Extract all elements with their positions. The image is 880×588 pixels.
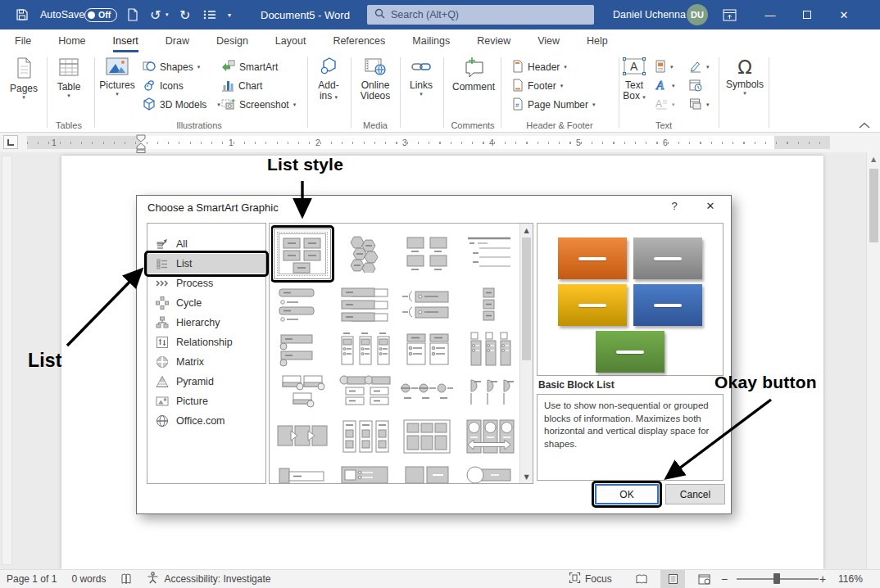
tab-insert[interactable]: Insert <box>113 29 138 52</box>
save-icon[interactable] <box>16 0 29 29</box>
user-name[interactable]: Daniel Uchenna <box>613 0 686 29</box>
tab-references[interactable]: References <box>333 29 385 52</box>
drop-cap-button[interactable]: A▾ <box>655 97 675 113</box>
category-list[interactable]: List <box>147 254 265 274</box>
print-layout-button[interactable] <box>660 570 685 588</box>
more-commands-icon[interactable]: ▾ <box>228 0 231 29</box>
undo-icon[interactable]: ↺ <box>150 0 161 29</box>
ruler[interactable]: 1123456 <box>27 136 830 149</box>
screenshot-button[interactable]: Screenshot▾ <box>221 97 296 113</box>
smartart-layout-hexagons[interactable] <box>333 225 396 283</box>
search-input[interactable] <box>391 9 571 20</box>
date-time-button[interactable] <box>689 78 702 94</box>
category-hierarchy[interactable]: Hierarchy <box>147 313 265 332</box>
scroll-up-icon[interactable]: ▲ <box>520 224 533 237</box>
tab-review[interactable]: Review <box>477 29 510 52</box>
comment-button[interactable]: Comment <box>451 57 497 127</box>
smartart-layout-stacked[interactable] <box>396 327 458 371</box>
smartart-layout-square-accent[interactable] <box>458 283 519 327</box>
cancel-button[interactable]: Cancel <box>665 484 725 504</box>
smartart-layout-circle-arrow[interactable] <box>458 414 519 459</box>
tab-mailings[interactable]: Mailings <box>412 29 450 52</box>
smartart-layout-v-bullet[interactable] <box>271 283 333 327</box>
category-cycle[interactable]: Cycle <box>147 293 265 313</box>
icons-button[interactable]: Icons <box>143 78 184 94</box>
smartart-layout-pic-two[interactable] <box>333 371 396 414</box>
category-office-com[interactable]: Office.com <box>147 411 265 431</box>
autosave-toggle[interactable]: Off <box>84 0 117 29</box>
smartart-layout-pic-corner[interactable] <box>271 371 333 414</box>
zoom-out-button[interactable]: − <box>721 570 728 588</box>
category-relationship[interactable]: Relationship <box>147 332 265 352</box>
maximize-button[interactable] <box>795 0 819 29</box>
smartart-layout-block-list[interactable] <box>271 225 333 283</box>
smartart-layout-pic-accent[interactable] <box>271 327 333 371</box>
pictures-button[interactable]: Pictures ▾ <box>98 57 136 127</box>
symbols-button[interactable]: Ω Symbols ▾ <box>726 57 764 127</box>
category-process[interactable]: Process <box>147 274 265 293</box>
smartart-layout-v-pic[interactable] <box>458 327 519 371</box>
close-button[interactable]: ✕ <box>832 0 856 29</box>
smartart-layout-table-list[interactable] <box>396 414 458 459</box>
dialog-help-button[interactable]: ? <box>665 200 684 212</box>
smartart-layout-two-box[interactable] <box>396 459 458 483</box>
zoom-level[interactable]: 116% <box>838 570 863 588</box>
tab-help[interactable]: Help <box>587 29 608 52</box>
redo-icon[interactable]: ↻ <box>179 0 190 29</box>
tab-design[interactable]: Design <box>216 29 248 52</box>
gallery-scroll-thumb[interactable] <box>522 237 531 360</box>
read-mode-button[interactable] <box>629 570 654 588</box>
zoom-in-button[interactable]: + <box>819 570 826 588</box>
minimize-button[interactable]: — <box>758 0 782 29</box>
smartart-layout-v-box[interactable] <box>333 283 396 327</box>
smartart-layout-col-boxes[interactable] <box>333 414 396 459</box>
avatar[interactable]: DU <box>687 0 708 29</box>
ok-button[interactable]: OK <box>595 484 659 504</box>
web-layout-button[interactable] <box>692 570 716 588</box>
smartart-layout-small-line[interactable] <box>271 459 333 483</box>
footer-button[interactable]: Footer▾ <box>512 78 563 94</box>
quick-access-menu-icon[interactable] <box>203 0 216 29</box>
category-picture[interactable]: Picture <box>147 391 265 411</box>
proofing-icon[interactable] <box>120 573 132 586</box>
new-document-icon[interactable] <box>127 0 138 29</box>
page-number-button[interactable]: # Page Number▾ <box>512 97 596 113</box>
scroll-down-icon[interactable]: ▼ <box>520 470 533 483</box>
tab-file[interactable]: File <box>15 29 31 52</box>
zoom-slider-handle[interactable] <box>773 573 780 584</box>
tab-draw[interactable]: Draw <box>166 29 189 52</box>
smartart-layout-arrow-boxes[interactable] <box>271 414 333 459</box>
table-button[interactable]: Table ▾ <box>52 57 86 127</box>
chart-button[interactable]: Chart <box>221 78 262 94</box>
tab-home[interactable]: Home <box>58 29 85 52</box>
object-button[interactable]: ▾ <box>689 97 710 113</box>
smartart-layout-pic-caption[interactable] <box>396 225 458 283</box>
category-all[interactable]: All <box>147 234 265 254</box>
accessibility-status[interactable]: Accessibility: Investigate <box>147 572 270 586</box>
smartart-layout-h-bullet[interactable] <box>396 283 458 327</box>
ribbon-display-icon[interactable] <box>723 0 737 29</box>
smartart-layout-tab-list[interactable] <box>333 327 396 371</box>
search-bar[interactable] <box>367 5 594 25</box>
collapse-ribbon-icon[interactable] <box>859 120 870 131</box>
page-indic[interactable]: Page 1 of 1 <box>7 573 57 585</box>
tab-layout[interactable]: Layout <box>275 29 306 52</box>
dialog-close-button[interactable]: ✕ <box>699 200 722 212</box>
indent-markers[interactable] <box>135 133 147 153</box>
links-button[interactable]: Links ▾ <box>405 57 438 127</box>
wordart-button[interactable]: A▾ <box>655 78 675 94</box>
tab-selector[interactable] <box>3 135 18 149</box>
selected-smartart-layout[interactable] <box>274 228 331 279</box>
shapes-button[interactable]: Shapes▾ <box>143 59 200 75</box>
scroll-up-icon[interactable]: ▲ <box>867 152 880 163</box>
online-videos-button[interactable]: OnlineVideos <box>356 57 395 127</box>
quick-parts-button[interactable]: ▾ <box>655 59 674 75</box>
smartart-layout-detail-box[interactable] <box>333 459 396 483</box>
smartart-layout-half-round[interactable] <box>458 371 519 414</box>
3d-models-button[interactable]: 3D Models ▾ <box>143 97 220 113</box>
category-pyramid[interactable]: Pyramid <box>147 372 265 391</box>
pages-button[interactable]: Pages ▾ <box>7 57 41 127</box>
header-button[interactable]: Header▾ <box>512 59 567 75</box>
vertical-scrollbar[interactable]: ▲ <box>866 152 880 569</box>
focus-button[interactable]: Focus <box>569 570 612 588</box>
